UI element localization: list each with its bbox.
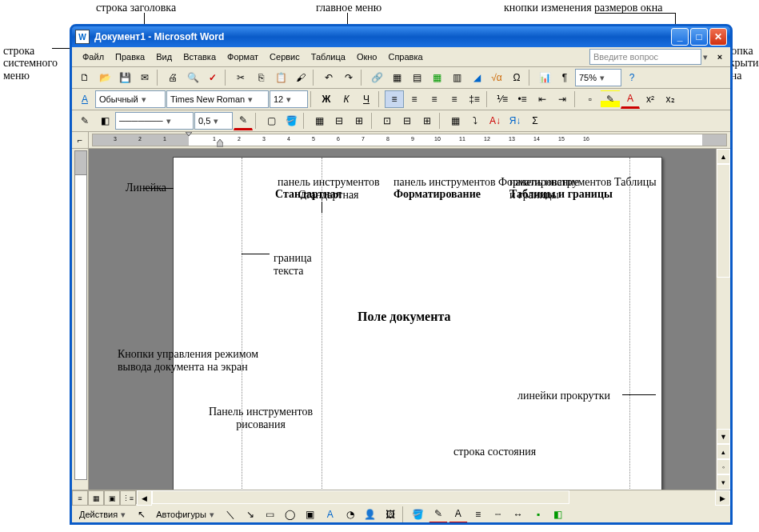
merge-cells-icon[interactable]: ⊟ — [330, 112, 349, 130]
clipart-icon[interactable]: 👤 — [361, 506, 380, 523]
menu-tools[interactable]: Сервис — [264, 50, 306, 63]
3d-icon[interactable]: ◧ — [549, 506, 568, 523]
tables-borders-icon[interactable]: ▦ — [387, 69, 406, 86]
actions-menu[interactable]: Действия▾ — [75, 506, 131, 523]
menu-format[interactable]: Формат — [222, 50, 264, 63]
align-left-icon[interactable]: ≡ — [385, 90, 404, 108]
font-color-icon[interactable]: A — [621, 90, 640, 109]
insert-table-icon[interactable]: ▤ — [407, 69, 426, 86]
redo-icon[interactable]: ↷ — [339, 69, 358, 86]
scroll-right-icon[interactable]: ▶ — [715, 490, 730, 506]
distribute-rows-icon[interactable]: ⊟ — [397, 112, 417, 130]
text-direction-icon[interactable]: ⤵ — [465, 112, 485, 130]
horizontal-ruler[interactable]: 3 2 1 1 2 3 4 5 6 7 8 9 10 11 12 13 14 1… — [92, 134, 727, 146]
maximize-button[interactable]: □ — [690, 28, 708, 46]
browse-object-icon[interactable]: ◦ — [717, 459, 730, 474]
decrease-indent-icon[interactable]: ⇤ — [533, 90, 552, 108]
bold-icon[interactable]: Ж — [317, 90, 336, 108]
line-style-icon[interactable]: ≡ — [469, 506, 488, 523]
fill-color-icon[interactable]: 🪣 — [409, 506, 428, 523]
increase-indent-icon[interactable]: ⇥ — [553, 90, 572, 108]
align-right-icon[interactable]: ≡ — [425, 90, 444, 108]
menu-view[interactable]: Вид — [150, 50, 178, 63]
align-center-icon[interactable]: ≡ — [405, 90, 424, 108]
print-view-icon[interactable]: ▣ — [104, 490, 120, 506]
line-weight-combo[interactable]: 0,5▾ — [194, 112, 233, 130]
document-map-icon[interactable]: √α — [487, 69, 506, 86]
save-icon[interactable]: 💾 — [115, 69, 134, 86]
sort-desc-icon[interactable]: Я↓ — [505, 112, 525, 130]
hyperlink-icon[interactable]: 🔗 — [367, 69, 386, 86]
style-combo[interactable]: Обычный▾ — [95, 90, 166, 108]
shading-color-icon[interactable]: 🪣 — [282, 112, 301, 130]
copy-icon[interactable]: ⎘ — [251, 69, 270, 86]
subscript-icon[interactable]: x₂ — [661, 90, 680, 108]
arrow-shape-icon[interactable]: ↘ — [241, 506, 260, 523]
bullets-icon[interactable]: •≡ — [513, 90, 532, 108]
oval-shape-icon[interactable]: ◯ — [281, 506, 300, 523]
word-app-icon[interactable]: W — [75, 30, 90, 44]
line-shape-icon[interactable]: ＼ — [221, 506, 240, 523]
picture-icon[interactable]: 🖼 — [381, 506, 400, 523]
horizontal-scrollbar[interactable]: ◀ ▶ — [136, 490, 730, 504]
numbering-icon[interactable]: ⅟≡ — [493, 90, 512, 108]
align-justify-icon[interactable]: ≡ — [445, 90, 464, 108]
line-style-combo[interactable]: ───────▾ — [115, 112, 194, 130]
menu-table[interactable]: Таблица — [306, 50, 351, 63]
scroll-up-icon[interactable]: ▲ — [717, 149, 730, 164]
document-close-button[interactable]: × — [714, 52, 725, 62]
scroll-down-icon[interactable]: ▼ — [717, 429, 730, 444]
first-line-indent-marker[interactable] — [186, 132, 192, 140]
cut-icon[interactable]: ✂ — [231, 69, 250, 86]
zoom-combo[interactable]: 75%▾ — [575, 69, 621, 86]
draw-table-icon[interactable]: ✎ — [75, 112, 94, 130]
print-preview-icon[interactable]: 🔍 — [183, 69, 202, 86]
superscript-icon[interactable]: x² — [641, 90, 660, 108]
new-doc-icon[interactable]: 🗋 — [75, 69, 94, 86]
left-indent-marker[interactable] — [217, 139, 223, 147]
align-cell-icon[interactable]: ⊡ — [378, 112, 397, 130]
outside-border-icon[interactable]: ▢ — [262, 112, 281, 130]
drawing-toggle-icon[interactable]: ◢ — [467, 69, 486, 86]
equation-icon[interactable]: Ω — [507, 69, 526, 86]
vertical-ruler[interactable] — [72, 149, 89, 490]
title-bar[interactable]: W Документ1 - Microsoft Word _ □ ✕ — [72, 26, 730, 47]
minimize-button[interactable]: _ — [671, 28, 689, 46]
chart-icon[interactable]: 📊 — [535, 69, 554, 86]
underline-icon[interactable]: Ч — [357, 90, 376, 108]
spellcheck-icon[interactable]: ✓ — [203, 69, 222, 86]
document-page[interactable]: Линейка панель инструментов Стандартная … — [173, 157, 662, 490]
font-size-combo[interactable]: 12▾ — [270, 90, 308, 108]
web-view-icon[interactable]: ▦ — [88, 490, 104, 506]
autoformat-icon[interactable]: ▦ — [445, 112, 465, 130]
undo-icon[interactable]: ↶ — [319, 69, 338, 86]
outline-view-icon[interactable]: ⋮≡ — [120, 490, 136, 506]
eraser-icon[interactable]: ◧ — [95, 112, 114, 130]
italic-icon[interactable]: К — [337, 90, 356, 108]
prev-page-icon[interactable]: ▴ — [717, 444, 730, 459]
menu-help[interactable]: Справка — [382, 50, 428, 63]
tab-align-selector[interactable]: ⌐ — [72, 132, 89, 148]
normal-view-icon[interactable]: ≡ — [72, 490, 88, 506]
highlight-icon[interactable]: ✎ — [601, 90, 620, 108]
insert-excel-icon[interactable]: ▦ — [427, 69, 446, 86]
autosum-icon[interactable]: Σ — [525, 112, 545, 130]
scroll-thumb[interactable] — [717, 164, 730, 278]
autoshapes-menu[interactable]: Автофигуры▾ — [152, 506, 220, 523]
split-cells-icon[interactable]: ⊞ — [350, 112, 369, 130]
distribute-cols-icon[interactable]: ⊞ — [417, 112, 437, 130]
vertical-scrollbar[interactable]: ▲ ▼ ▴ ◦ ▾ — [716, 149, 730, 490]
close-button[interactable]: ✕ — [709, 28, 727, 46]
mail-icon[interactable]: ✉ — [135, 69, 154, 86]
line-spacing-icon[interactable]: ‡≡ — [465, 90, 484, 108]
paste-icon[interactable]: 📋 — [271, 69, 290, 86]
ask-question-input[interactable]: Введите вопрос — [589, 49, 701, 65]
styles-pane-icon[interactable]: A — [75, 90, 94, 108]
document-viewport[interactable]: Линейка панель инструментов Стандартная … — [89, 149, 716, 490]
sort-asc-icon[interactable]: А↓ — [485, 112, 505, 130]
select-objects-icon[interactable]: ↖ — [132, 506, 151, 523]
scroll-left-icon[interactable]: ◀ — [137, 490, 152, 506]
next-page-icon[interactable]: ▾ — [717, 474, 730, 490]
help-icon[interactable]: ? — [622, 69, 641, 86]
wordart-icon[interactable]: A — [321, 506, 340, 523]
